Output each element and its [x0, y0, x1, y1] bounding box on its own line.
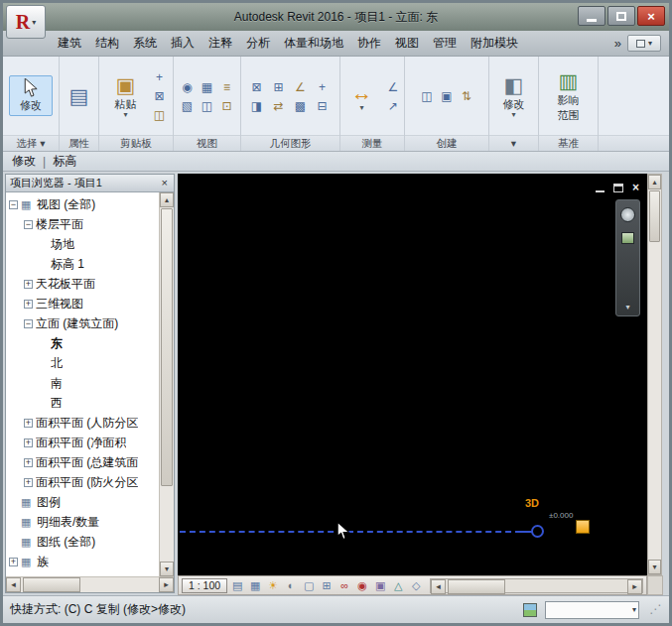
- browser-scrollbar-thumb[interactable]: [161, 208, 173, 486]
- tree-item[interactable]: +面积平面 (人防分区: [6, 413, 159, 433]
- temporary-hide-isolate-icon[interactable]: ∞: [336, 577, 352, 593]
- worksets-icon[interactable]: [523, 603, 537, 617]
- browser-hscrollbar-thumb[interactable]: [23, 577, 80, 592]
- drawing-hscrollbar-thumb[interactable]: [448, 579, 505, 594]
- visual-style-icon[interactable]: ▦: [247, 577, 263, 593]
- navbar-chevron-icon[interactable]: ▾: [625, 303, 629, 312]
- scroll-up-arrow[interactable]: ▴: [648, 175, 661, 189]
- tree-expander-icon[interactable]: +: [24, 419, 33, 428]
- resize-grip[interactable]: ⋰: [649, 603, 662, 616]
- panel-label-properties[interactable]: 属性: [60, 135, 98, 151]
- application-menu-button[interactable]: R ▾: [6, 5, 46, 39]
- ribbon-tool-icon[interactable]: ◫: [151, 106, 169, 123]
- panel-label-view[interactable]: 视图: [174, 135, 240, 151]
- panel-label-modify[interactable]: ▾: [489, 135, 538, 151]
- tree-item[interactable]: 场地: [6, 234, 159, 254]
- tree-item[interactable]: 东: [6, 333, 159, 353]
- crop-view-icon[interactable]: ▢: [301, 577, 317, 593]
- tree-item[interactable]: +天花板平面: [6, 274, 159, 294]
- ribbon-tool-icon[interactable]: ⇅: [458, 87, 475, 104]
- ribbon-tab[interactable]: 分析: [239, 32, 277, 55]
- panel-label-select[interactable]: 选择 ▾: [3, 135, 59, 151]
- temporary-view-properties-icon[interactable]: ▣: [372, 577, 388, 593]
- tree-item[interactable]: 南: [6, 373, 159, 393]
- ribbon-tool-icon[interactable]: ◨: [248, 97, 266, 114]
- panel-label-datum[interactable]: 基准: [539, 135, 598, 151]
- scroll-left-arrow[interactable]: ◂: [431, 579, 446, 594]
- ribbon-tool-icon[interactable]: ∠: [384, 78, 402, 95]
- scroll-down-arrow[interactable]: ▾: [160, 562, 174, 576]
- ribbon-tab[interactable]: 视图: [388, 32, 426, 55]
- level-3d-badge[interactable]: 3D: [525, 497, 539, 509]
- ribbon-tab[interactable]: 结构: [88, 32, 126, 55]
- panel-label-clipboard[interactable]: 剪贴板: [99, 135, 173, 151]
- ribbon-tab[interactable]: 管理: [426, 32, 464, 55]
- level-head-circle[interactable]: [531, 525, 544, 538]
- ribbon-tool-icon[interactable]: ◫: [199, 97, 216, 114]
- ribbon-tool-icon[interactable]: ▣: [438, 87, 456, 104]
- maximize-button[interactable]: [607, 6, 635, 26]
- view-minimize-icon[interactable]: [596, 184, 605, 192]
- minimize-button[interactable]: [578, 6, 605, 26]
- tree-item[interactable]: −▦视图 (全部): [6, 194, 159, 214]
- tree-expander-icon[interactable]: −: [24, 220, 33, 229]
- reveal-hidden-elements-icon[interactable]: ◉: [354, 577, 370, 593]
- paste-button[interactable]: ▣ 粘贴 ▾: [104, 70, 148, 121]
- show-crop-region-icon[interactable]: ⊞: [319, 577, 335, 593]
- properties-button[interactable]: ▤: [62, 81, 96, 111]
- tree-item[interactable]: ▦图纸 (全部): [6, 532, 159, 552]
- tree-item[interactable]: −楼层平面: [6, 214, 159, 234]
- tree-expander-icon[interactable]: +: [24, 438, 33, 447]
- scroll-right-arrow[interactable]: ▸: [159, 577, 174, 592]
- ribbon-tab[interactable]: 插入: [164, 32, 202, 55]
- scroll-up-arrow[interactable]: ▴: [160, 192, 174, 207]
- ribbon-tab[interactable]: 附加模块: [464, 32, 525, 55]
- tree-expander-icon[interactable]: −: [9, 200, 18, 209]
- scope-box-button[interactable]: ▥ 影响 范围: [547, 66, 591, 126]
- tab-overflow-chevron[interactable]: »: [608, 36, 627, 51]
- ribbon-tool-icon[interactable]: +: [151, 68, 169, 85]
- shadows-icon[interactable]: ◐: [283, 577, 299, 593]
- measure-button[interactable]: ↔ ▾: [342, 78, 381, 114]
- drawing-area[interactable]: × ▾ 3D ±0.000: [178, 174, 647, 575]
- ribbon-tool-icon[interactable]: ⊠: [248, 78, 266, 95]
- ribbon-tool-icon[interactable]: ◉: [179, 78, 197, 95]
- tree-item[interactable]: 西: [6, 393, 159, 413]
- tree-expander-icon[interactable]: −: [24, 319, 33, 328]
- ribbon-tool-icon[interactable]: ▩: [292, 97, 310, 114]
- ribbon-tab[interactable]: 建筑: [51, 32, 88, 55]
- browser-horizontal-scrollbar[interactable]: ◂ ▸: [6, 576, 174, 592]
- panel-label-geometry[interactable]: 几何图形: [241, 135, 339, 151]
- project-browser-titlebar[interactable]: 项目浏览器 - 项目1 ×: [6, 175, 174, 192]
- view-close-icon[interactable]: ×: [632, 182, 639, 193]
- tree-item[interactable]: +面积平面 (总建筑面: [6, 452, 159, 472]
- tree-expander-icon[interactable]: +: [9, 558, 18, 566]
- tree-item[interactable]: +面积平面 (净面积: [6, 433, 159, 452]
- tree-expander-icon[interactable]: +: [24, 300, 33, 309]
- tree-item[interactable]: +面积平面 (防火分区: [6, 472, 159, 492]
- ribbon-tab[interactable]: 协作: [350, 32, 388, 55]
- ribbon-tab[interactable]: 注释: [202, 32, 239, 55]
- scroll-left-arrow[interactable]: ◂: [6, 577, 21, 592]
- detail-level-icon[interactable]: ▤: [229, 577, 245, 593]
- level-line-dashed[interactable]: [180, 531, 521, 533]
- ribbon-tool-icon[interactable]: ◫: [418, 87, 436, 104]
- ribbon-tab[interactable]: 体量和场地: [277, 32, 350, 55]
- tree-expander-icon[interactable]: +: [24, 280, 33, 289]
- ribbon-tool-icon[interactable]: ⊞: [270, 78, 288, 95]
- ribbon-tool-icon[interactable]: ⊠: [151, 87, 169, 104]
- ribbon-tool-icon[interactable]: ⊡: [218, 97, 236, 114]
- project-browser-close-icon[interactable]: ×: [160, 178, 170, 188]
- view-restore-icon[interactable]: [613, 184, 623, 192]
- ribbon-tab[interactable]: 系统: [126, 32, 164, 55]
- modify-panel-button[interactable]: ◧ 修改 ▾: [492, 70, 536, 121]
- ribbon-display-toggle[interactable]: ▾: [627, 35, 661, 52]
- tree-item[interactable]: ▦明细表/数量: [6, 512, 159, 532]
- tree-item[interactable]: −立面 (建筑立面): [6, 313, 159, 333]
- ribbon-tool-icon[interactable]: ⊟: [314, 97, 332, 114]
- ribbon-tool-icon[interactable]: ▧: [179, 97, 197, 114]
- ribbon-tool-icon[interactable]: ≡: [218, 78, 236, 95]
- panel-label-measure[interactable]: 测量: [340, 135, 404, 151]
- ribbon-tool-icon[interactable]: ↗: [384, 97, 402, 114]
- tree-item[interactable]: +三维视图: [6, 294, 159, 313]
